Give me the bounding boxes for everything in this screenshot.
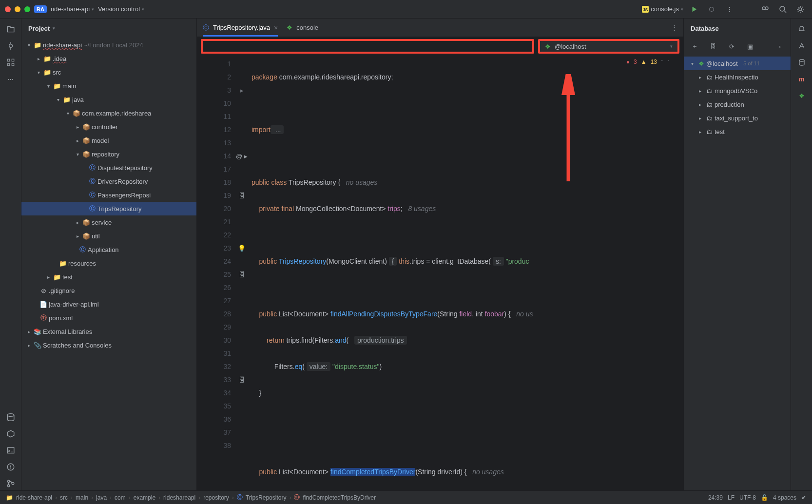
chevron-down-icon: ▾ (92, 7, 94, 12)
version-control-dropdown[interactable]: Version control ▾ (98, 5, 144, 13)
inspection-widget[interactable]: ●3 ▲13 ˄ ˅ (626, 58, 670, 65)
notifications-button[interactable] (795, 22, 809, 36)
database-toolbar: ＋ 🗄 ⟳ ▣ › (684, 38, 791, 55)
tab-menu-button[interactable]: ⋮ (670, 21, 683, 35)
bulb-icon[interactable]: 💡 (236, 242, 248, 255)
more-button[interactable]: ⋮ (722, 2, 736, 16)
database-tool-button[interactable] (4, 410, 18, 424)
tree-idea[interactable]: ▸📁.idea (21, 52, 196, 65)
svg-point-15 (7, 414, 14, 417)
db-schema-icon: 🗂 (706, 87, 713, 95)
expand-button[interactable]: › (773, 39, 787, 53)
services-tool-button[interactable] (4, 427, 18, 441)
run-config-dropdown[interactable]: JS console.js ▾ (642, 5, 683, 13)
db-item[interactable]: ▸🗂HealthInspectio (684, 70, 791, 84)
cursor-position[interactable]: 24:39 (708, 494, 723, 501)
db-item[interactable]: ▸🗂taxi_support_to (684, 111, 791, 125)
chevron-up-icon[interactable]: ˄ (661, 59, 663, 64)
leaf-icon: ❖ (287, 24, 292, 31)
svg-point-8 (9, 44, 12, 48)
tree-main[interactable]: ▾📁main (21, 79, 196, 93)
tree-model[interactable]: ▸📦model (21, 134, 196, 147)
tree-drivers-repo[interactable]: ⒸDriversRepository (21, 174, 196, 188)
leaf-icon: ❖ (545, 43, 551, 50)
svg-point-20 (7, 480, 10, 483)
problems-tool-button[interactable] (4, 460, 18, 474)
tree-gitignore[interactable]: ⊘.gitignore (21, 284, 196, 297)
db-item[interactable]: ▸🗂test (684, 125, 791, 138)
close-window-button[interactable] (5, 6, 11, 12)
editor-area: Ⓒ TripsRepository.java × ❖ console ⋮ ❖ @… (197, 19, 683, 490)
db-datasource[interactable]: ▾❖@localhost 5 of 11 (684, 57, 791, 70)
tab-trips-repository[interactable]: Ⓒ TripsRepository.java × (203, 19, 278, 37)
line-ending[interactable]: LF (728, 494, 735, 501)
tree-package[interactable]: ▾📦com.example.ridesharea (21, 106, 196, 120)
tree-passengers-repo[interactable]: ⒸPassengersReposi (21, 188, 196, 202)
chevron-down-icon: ▾ (53, 26, 55, 31)
editor-tabs: Ⓒ TripsRepository.java × ❖ console ⋮ (197, 19, 683, 37)
tree-service[interactable]: ▸📦service (21, 215, 196, 229)
project-panel-header[interactable]: Project ▾ (21, 19, 196, 38)
breadcrumbs[interactable]: 📁ride-share-api› src› main› java› com› e… (6, 493, 376, 502)
minimize-window-button[interactable] (15, 6, 20, 12)
tree-scratches[interactable]: ▸📎Scratches and Consoles (21, 338, 196, 352)
indent[interactable]: 4 spaces (773, 494, 796, 501)
tree-util[interactable]: ▸📦util (21, 229, 196, 243)
commit-tool-button[interactable] (4, 39, 18, 53)
stop-button[interactable]: ▣ (743, 39, 757, 53)
tree-trips-repo[interactable]: ⒸTripsRepository (21, 202, 196, 215)
code-with-me-button[interactable] (758, 2, 772, 16)
tree-src[interactable]: ▾📁src (21, 65, 196, 79)
tree-application[interactable]: ⒸApplication (21, 243, 196, 256)
project-tool-button[interactable] (4, 22, 18, 36)
chevron-down-icon: ▾ (142, 7, 144, 12)
maven-button[interactable]: m (795, 72, 809, 86)
svg-point-4 (765, 7, 768, 10)
run-button[interactable] (687, 2, 701, 16)
tree-java[interactable]: ▾📁java (21, 93, 196, 106)
tree-resources[interactable]: 📁resources (21, 256, 196, 270)
datasource-selector[interactable]: ❖ @localhost ▾ (538, 39, 679, 54)
git-tool-button[interactable] (4, 477, 18, 490)
tree-iml[interactable]: 📄java-driver-api.iml (21, 297, 196, 311)
svg-point-19 (10, 468, 11, 469)
tree-disputes-repo[interactable]: ⒸDisputesRepository (21, 161, 196, 174)
structure-tool-button[interactable] (4, 56, 18, 69)
more-tool-button[interactable]: ⋯ (4, 72, 18, 86)
db-gutter-icon[interactable]: 🗄 (236, 189, 248, 202)
chevron-down-icon[interactable]: ˅ (667, 59, 670, 64)
maximize-window-button[interactable] (24, 6, 30, 12)
tree-test[interactable]: ▸📁test (21, 270, 196, 284)
datasource-bar: ❖ @localhost ▾ (197, 37, 683, 56)
add-datasource-button[interactable]: ＋ (688, 39, 701, 53)
terminal-tool-button[interactable] (4, 444, 18, 457)
project-dropdown[interactable]: ride-share-api ▾ (51, 5, 94, 13)
db-gutter-icon[interactable]: 🗄 (236, 373, 248, 387)
right-tool-rail: m ❖ (791, 19, 812, 490)
status-ok-icon[interactable]: ✔ (801, 494, 806, 501)
leaf-icon: ❖ (698, 60, 704, 67)
code-editor[interactable]: ●3 ▲13 ˄ ˅ 12310111213141718192021222324… (197, 56, 683, 490)
tree-external-libs[interactable]: ▸📚External Libraries (21, 325, 196, 338)
close-tab-button[interactable]: × (274, 24, 278, 32)
debug-button[interactable] (705, 2, 718, 16)
settings-button[interactable] (793, 2, 807, 16)
tree-pom[interactable]: ⓜpom.xml (21, 311, 196, 325)
readonly-icon[interactable]: 🔓 (761, 494, 768, 501)
mongodb-button[interactable]: ❖ (795, 89, 809, 102)
db-item[interactable]: ▸🗂mongodbVSCo (684, 84, 791, 97)
project-panel: Project ▾ ▾📁ride-share-api ~/London Loca… (21, 19, 197, 490)
db-item[interactable]: ▸🗂production (684, 97, 791, 111)
refresh-button[interactable]: ⟳ (725, 39, 738, 53)
tree-repository[interactable]: ▾📦repository (21, 147, 196, 161)
tree-root[interactable]: ▾📁ride-share-api ~/London Local 2024 (21, 38, 196, 52)
database-button[interactable] (795, 56, 809, 69)
db-gutter-icon[interactable]: 🗄 (236, 268, 248, 281)
tab-console[interactable]: ❖ console (287, 19, 318, 37)
ai-assistant-button[interactable] (795, 39, 809, 53)
code-content[interactable]: package com.example.rideshareapi.reposit… (248, 56, 683, 490)
tree-controller[interactable]: ▸📦controller (21, 120, 196, 134)
search-button[interactable] (776, 2, 790, 16)
db-console-button[interactable]: 🗄 (706, 39, 720, 53)
encoding[interactable]: UTF-8 (739, 494, 756, 501)
